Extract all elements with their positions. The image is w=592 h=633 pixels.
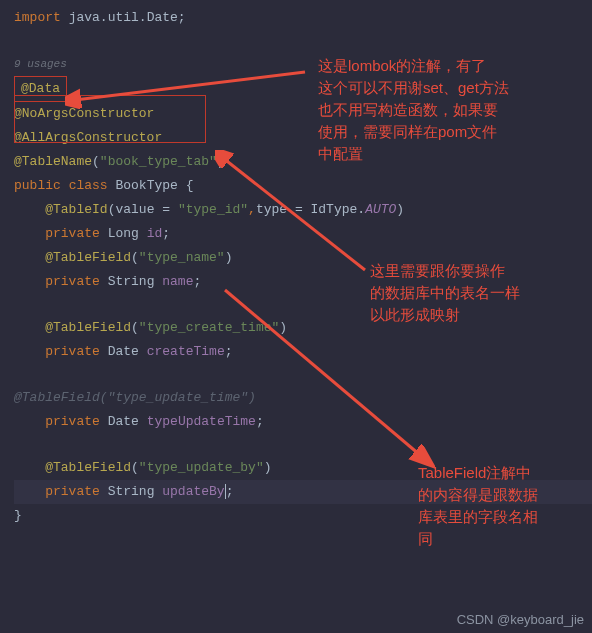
package-path: java.util.Date bbox=[69, 10, 178, 25]
watermark-text: CSDN @keyboard_jie bbox=[457, 612, 584, 627]
annotation-data-boxed: @Data bbox=[14, 76, 67, 102]
annotation-tableid: @TableId bbox=[45, 202, 107, 217]
arrow-icon bbox=[65, 60, 315, 120]
keyword: class bbox=[69, 178, 108, 193]
keyword-import: import bbox=[14, 10, 61, 25]
svg-line-1 bbox=[223, 158, 365, 270]
keyword: public bbox=[14, 178, 61, 193]
string-literal: "book_type_tab" bbox=[100, 154, 217, 169]
annotation-tablename: @TableName bbox=[14, 154, 92, 169]
code-line: import java.util.Date; bbox=[14, 6, 592, 30]
svg-line-2 bbox=[225, 290, 420, 455]
annotation-note-1: 这是lombok的注解，有了 这个可以不用谢set、get方法 也不用写构造函数… bbox=[318, 55, 509, 165]
svg-line-0 bbox=[75, 72, 305, 100]
blank-line bbox=[14, 30, 592, 52]
annotation-allargs: @AllArgsConstructor bbox=[14, 130, 162, 145]
class-name: BookType bbox=[115, 178, 177, 193]
semicolon: ; bbox=[178, 10, 186, 25]
annotation-note-3: TableField注解中 的内容得是跟数据 库表里的字段名相 同 bbox=[418, 462, 538, 550]
arrow-icon bbox=[215, 150, 375, 280]
arrow-icon bbox=[215, 280, 435, 470]
